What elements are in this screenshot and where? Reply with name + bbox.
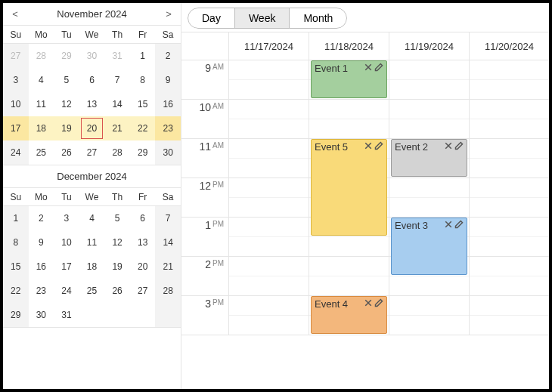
time-slot[interactable] <box>229 80 309 100</box>
mini-calendar-day[interactable]: 27 <box>130 279 156 303</box>
time-slot[interactable] <box>470 218 549 237</box>
view-week-button[interactable]: Week <box>234 8 290 29</box>
time-slot[interactable] <box>389 276 469 296</box>
mini-calendar-day[interactable]: 2 <box>29 206 54 230</box>
time-slot[interactable] <box>309 237 389 257</box>
time-slot[interactable] <box>229 198 309 218</box>
mini-calendar-day[interactable]: 13 <box>130 230 156 255</box>
view-month-button[interactable]: Month <box>289 8 347 29</box>
mini-calendar-day[interactable]: 5 <box>104 206 130 230</box>
time-slot[interactable] <box>389 178 469 198</box>
time-slot[interactable] <box>389 100 469 119</box>
mini-calendar-day[interactable]: 5 <box>54 68 79 92</box>
time-slot[interactable] <box>470 296 549 316</box>
mini-calendar-day[interactable]: 19 <box>54 116 79 140</box>
edit-icon[interactable] <box>374 298 383 310</box>
mini-calendar-day[interactable]: 9 <box>29 230 54 255</box>
time-slot[interactable] <box>229 316 309 335</box>
mini-calendar-day[interactable]: 31 <box>54 303 79 327</box>
time-slot[interactable] <box>229 159 309 178</box>
calendar-event[interactable]: Event 3 <box>391 218 467 275</box>
time-slot[interactable] <box>229 178 309 198</box>
mini-calendar-day[interactable]: 28 <box>104 140 130 165</box>
mini-calendar-day[interactable]: 6 <box>79 68 105 92</box>
mini-calendar-day[interactable]: 14 <box>155 230 181 255</box>
mini-calendar-day[interactable]: 2 <box>155 44 181 68</box>
time-slot[interactable] <box>229 218 309 237</box>
time-slot[interactable] <box>389 60 469 80</box>
mini-calendar-day[interactable]: 28 <box>29 44 54 68</box>
time-slot[interactable] <box>389 296 469 316</box>
mini-calendar-day[interactable]: 30 <box>155 140 181 165</box>
time-slot[interactable] <box>229 276 309 296</box>
time-slot[interactable] <box>309 257 389 276</box>
mini-calendar-day[interactable]: 20 <box>79 116 105 140</box>
time-slot[interactable] <box>470 60 549 80</box>
mini-calendar-day[interactable]: 15 <box>130 92 156 116</box>
calendar-event[interactable]: Event 5 <box>311 139 387 236</box>
edit-icon[interactable] <box>454 220 464 231</box>
time-slot[interactable] <box>229 257 309 276</box>
mini-calendar-day[interactable]: 23 <box>155 116 181 140</box>
mini-calendar-day[interactable]: 30 <box>79 44 105 68</box>
mini-calendar-day[interactable]: 17 <box>54 255 79 279</box>
mini-calendar-day[interactable]: 3 <box>54 206 79 230</box>
time-slot[interactable] <box>470 198 549 218</box>
time-slot[interactable] <box>470 237 549 257</box>
mini-calendar-day[interactable]: 28 <box>155 279 181 303</box>
mini-calendar-day[interactable]: 24 <box>54 279 79 303</box>
mini-calendar-day[interactable]: 11 <box>79 230 105 255</box>
edit-icon[interactable] <box>374 63 383 74</box>
time-slot[interactable] <box>389 198 469 218</box>
mini-calendar-day[interactable]: 23 <box>29 279 54 303</box>
mini-calendar-day[interactable]: 27 <box>3 44 29 68</box>
close-icon[interactable] <box>444 141 453 153</box>
day-column[interactable] <box>469 60 549 335</box>
mini-calendar-day[interactable]: 27 <box>79 140 105 165</box>
mini-calendar-day[interactable]: 6 <box>130 206 156 230</box>
mini-calendar-day[interactable]: 15 <box>3 255 29 279</box>
time-slot[interactable] <box>470 159 549 178</box>
time-slot[interactable] <box>389 316 469 335</box>
time-slot[interactable] <box>229 139 309 159</box>
time-slot[interactable] <box>229 100 309 119</box>
mini-calendar-day[interactable]: 19 <box>104 255 130 279</box>
mini-calendar-day[interactable]: 26 <box>104 279 130 303</box>
time-slot[interactable] <box>470 316 549 335</box>
edit-icon[interactable] <box>454 141 464 153</box>
day-column[interactable]: Event 2Event 3 <box>389 60 469 335</box>
day-column[interactable] <box>228 60 309 335</box>
mini-calendar-day[interactable]: 4 <box>79 206 105 230</box>
edit-icon[interactable] <box>374 141 383 153</box>
mini-calendar-day[interactable]: 13 <box>79 92 105 116</box>
time-slot[interactable] <box>229 296 309 316</box>
close-icon[interactable] <box>444 220 453 231</box>
mini-calendar-day[interactable]: 20 <box>130 255 156 279</box>
time-slot[interactable] <box>229 119 309 139</box>
mini-calendar-day[interactable]: 26 <box>54 140 79 165</box>
time-slot[interactable] <box>470 119 549 139</box>
time-slot[interactable] <box>229 237 309 257</box>
time-slot[interactable] <box>389 80 469 100</box>
next-month-button[interactable]: > <box>157 8 181 20</box>
time-slot[interactable] <box>470 100 549 119</box>
mini-calendar-day[interactable]: 1 <box>3 206 29 230</box>
mini-calendar-day[interactable]: 25 <box>79 279 105 303</box>
mini-calendar-day[interactable]: 4 <box>29 68 54 92</box>
mini-calendar-day[interactable]: 7 <box>155 206 181 230</box>
mini-calendar-day[interactable]: 29 <box>54 44 79 68</box>
close-icon[interactable] <box>364 298 373 310</box>
view-day-button[interactable]: Day <box>188 8 235 29</box>
close-icon[interactable] <box>364 63 373 74</box>
mini-calendar-day[interactable]: 12 <box>54 92 79 116</box>
mini-calendar-day[interactable]: 21 <box>104 116 130 140</box>
mini-calendar-day[interactable]: 21 <box>155 255 181 279</box>
time-slot[interactable] <box>470 257 549 276</box>
calendar-event[interactable]: Event 4 <box>311 296 387 334</box>
mini-calendar-day[interactable]: 18 <box>79 255 105 279</box>
mini-calendar-day[interactable]: 16 <box>155 92 181 116</box>
mini-calendar-day[interactable]: 10 <box>54 230 79 255</box>
day-column[interactable]: Event 1Event 5Event 4 <box>309 60 389 335</box>
time-slot[interactable] <box>389 119 469 139</box>
mini-calendar-day[interactable]: 7 <box>104 68 130 92</box>
